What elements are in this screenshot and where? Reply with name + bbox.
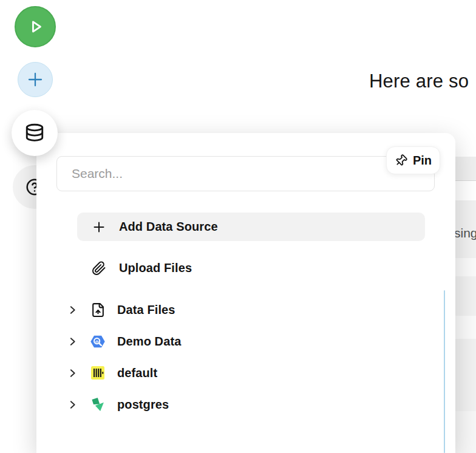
chevron-right-icon[interactable] [67,368,78,378]
background-table-row [455,316,476,339]
add-data-source-button[interactable]: Add Data Source [77,213,425,241]
file-upload-icon [90,302,106,318]
clickhouse-icon [90,365,106,381]
paperclip-icon [92,261,106,276]
add-data-source-label: Add Data Source [119,220,218,234]
pin-button-label: Pin [413,154,432,168]
page-title: Here are so [369,70,469,92]
background-divider [455,180,476,181]
tree-item-postgres[interactable]: postgres [61,391,425,418]
tree-item-label: Data Files [117,303,175,317]
chevron-right-icon[interactable] [67,336,78,347]
background-text-fragment: sing [454,226,476,240]
tree-item-default[interactable]: default [61,359,425,386]
play-icon [25,16,46,37]
postgres-icon [90,397,106,412]
tree-item-label: postgres [117,398,169,412]
background-table-row [455,411,476,453]
data-sources-button[interactable] [12,110,58,156]
search-input[interactable] [56,156,435,191]
tree-item-data-files[interactable]: Data Files [61,296,425,323]
chevron-right-icon[interactable] [67,305,78,315]
upload-files-label: Upload Files [119,261,192,275]
pin-button[interactable]: Pin [386,146,440,174]
pin-icon [395,154,407,167]
bigquery-icon [90,333,106,349]
run-button[interactable] [15,6,56,47]
tree-item-label: default [117,366,157,380]
chevron-right-icon[interactable] [67,400,78,410]
background-table-row [455,258,476,276]
app-canvas: Here are so sing [0,0,476,453]
new-item-button[interactable] [18,62,53,97]
plus-icon [25,70,45,89]
background-table-row [455,339,476,411]
plus-icon [92,220,106,234]
database-icon [24,122,46,144]
tree-item-label: Demo Data [117,335,181,349]
tree-item-demo-data[interactable]: Demo Data [61,328,425,355]
upload-files-button[interactable]: Upload Files [77,254,425,282]
panel-scrollbar[interactable] [444,290,445,453]
data-sources-panel: Pin Add Data Source Upload Files [36,133,455,453]
background-table-row [455,157,476,180]
background-table-row [455,276,476,316]
